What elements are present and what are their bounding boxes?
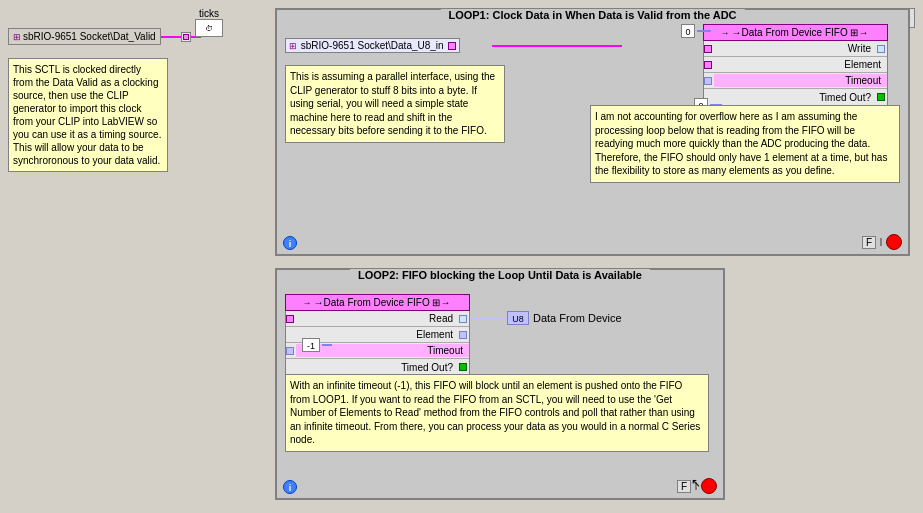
bool-f-label: F [862, 236, 876, 249]
fifo-write-row-write: Write [704, 41, 887, 57]
connector-node [181, 32, 191, 42]
fifo-read-row-timedout: Timed Out? [286, 359, 469, 375]
element-wire [470, 318, 510, 320]
fifo-read-row-read: Read [286, 311, 469, 327]
fifo-write-rows: Write Element 0 Timeout [703, 41, 888, 106]
fifo-write-row-timedout: Timed Out? [704, 89, 887, 105]
timeout-read-port-left [286, 347, 294, 355]
sbrio-input-label: sbRIO-9651 Socket\Data_U8_in [301, 40, 444, 51]
fifo-write-row-timeout: 0 Timeout [704, 73, 887, 89]
sbrio-input-block: ⊞ sbRIO-9651 Socket\Data_U8_in [285, 38, 460, 53]
loop2-inner: LOOP2: FIFO blocking the Loop Until Data… [277, 270, 723, 498]
fifo-write-header-label: →Data From Device FIFO ⊞→ [730, 27, 871, 38]
bool-f-loop2: F [677, 480, 691, 493]
fifo-write-row-element: Element [704, 57, 887, 73]
neg-const-area: -1 [302, 338, 332, 352]
comment-loop1-right-text: I am not accounting for overflow here as… [595, 111, 887, 176]
element-port-right [459, 331, 467, 339]
comment-loop2: With an infinite timeout (-1), this FIFO… [285, 374, 709, 452]
u8-box: U8 [507, 311, 529, 325]
timeout-wire [697, 30, 711, 32]
signal-label: sbRIO-9651 Socket\Dat_Valid [23, 31, 156, 42]
timeout-port-left [704, 77, 712, 85]
cursor-icon: ↖ [691, 476, 701, 490]
top-signal-wire: ⊞ sbRIO-9651 Socket\Dat_Valid [8, 28, 278, 45]
fifo-write-header: → →Data From Device FIFO ⊞→ [703, 24, 888, 41]
timedout-read-port-right [459, 363, 467, 371]
port-fill [183, 34, 189, 40]
data-device-area: U8 Data From Device [507, 311, 622, 325]
sbrio-port-right [448, 42, 456, 50]
comment-topleft-text: This SCTL is clocked directly from the D… [13, 64, 161, 166]
read-port-left [286, 315, 294, 323]
loop2-timeout-const: -1 [302, 338, 320, 352]
ticks-label: ticks [199, 8, 219, 19]
info-icon-loop1[interactable]: i [283, 236, 297, 250]
loop2-frame: LOOP2: FIFO blocking the Loop Until Data… [275, 268, 725, 500]
loop2-title: LOOP2: FIFO blocking the Loop Until Data… [350, 269, 650, 281]
loop1-bottom-controls: F [862, 234, 902, 250]
fifo-read-header: → →Data From Device FIFO ⊞→ [285, 294, 470, 311]
loop1-frame: LOOP1: Clock Data in When Data is Valid … [275, 8, 910, 256]
canvas: ⚙ ⊞ sbRIO-9651 Socket\Dat_Valid ticks ⏱ … [0, 0, 923, 513]
sbrio-signal-block: ⊞ sbRIO-9651 Socket\Dat_Valid [8, 28, 161, 45]
neg-const-wire [322, 344, 332, 346]
write-port-right [877, 45, 885, 53]
write-port-left [704, 45, 712, 53]
signal-prefix-icon: ⊞ [13, 32, 21, 42]
element-port-left [704, 61, 712, 69]
data-from-device-label: Data From Device [533, 312, 622, 324]
comment-topleft: This SCTL is clocked directly from the D… [8, 58, 168, 172]
read-port-right [459, 315, 467, 323]
stop-button-loop2[interactable] [701, 478, 717, 494]
loop2-info-area: i [283, 480, 297, 494]
wire-sbrio-to-fifo [492, 45, 622, 47]
timedout-port-right [877, 93, 885, 101]
fifo-read-header-label: →Data From Device FIFO ⊞→ [312, 297, 453, 308]
comment-loop1-left-text: This is assuming a parallel interface, u… [290, 71, 495, 136]
comment-loop2-text: With an infinite timeout (-1), this FIFO… [290, 380, 700, 445]
comment-loop1-left: This is assuming a parallel interface, u… [285, 65, 505, 143]
fifo-write-block: → →Data From Device FIFO ⊞→ Write Elemen… [703, 24, 888, 106]
ticks-icon: ⏱ [195, 19, 223, 37]
ticks-block: ticks ⏱ [195, 8, 223, 37]
timeout-const: 0 [681, 24, 695, 38]
info-icon-loop2[interactable]: i [283, 480, 297, 494]
loop1-title: LOOP1: Clock Data in When Data is Valid … [440, 9, 744, 21]
wire-segment-1 [161, 36, 181, 38]
divider [880, 238, 882, 246]
comment-loop1-right: I am not accounting for overflow here as… [590, 105, 900, 183]
fifo-read-block: → →Data From Device FIFO ⊞→ Read Element [285, 294, 470, 376]
loop1-inner: LOOP1: Clock Data in When Data is Valid … [277, 10, 908, 254]
stop-button-loop1[interactable] [886, 234, 902, 250]
loop1-info-area: i [283, 236, 297, 250]
